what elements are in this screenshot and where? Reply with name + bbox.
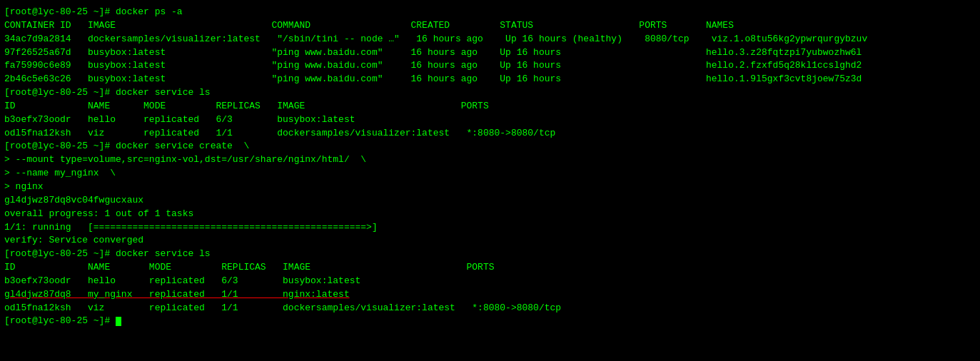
terminal: [root@lyc-80-25 ~]# docker ps -aCONTAINE… [0, 0, 980, 361]
terminal-line-l2: CONTAINER ID IMAGE COMMAND CREATED STATU… [4, 19, 976, 33]
terminal-line-l14: > nginx [4, 180, 976, 194]
terminal-line-l15: gl4djwz87dq8vc04fwgucxaux [4, 194, 976, 208]
terminal-line-l22: gl4djwz87dq8 my_nginx replicated 1/1 ngi… [4, 288, 976, 302]
terminal-line-l13: > --name my_nginx \ [4, 167, 976, 180]
terminal-cursor [116, 317, 121, 326]
terminal-line-l10: odl5fna12ksh viz replicated 1/1 dockersa… [4, 127, 976, 141]
terminal-line-l5: fa75990c6e89 busybox:latest "ping www.ba… [4, 59, 976, 73]
terminal-line-l20: ID NAME MODE REPLICAS IMAGE PORTS [4, 261, 976, 275]
terminal-line-l18: verify: Service converged [4, 234, 976, 248]
terminal-line-l4: 97f26525a67d busybox:latest "ping www.ba… [4, 46, 976, 60]
terminal-line-l1: [root@lyc-80-25 ~]# docker ps -a [4, 6, 976, 19]
terminal-line-l9: b3oefx73oodr hello replicated 6/3 busybo… [4, 113, 976, 127]
terminal-line-l16: overall progress: 1 out of 1 tasks [4, 208, 976, 221]
terminal-line-l24: [root@lyc-80-25 ~]# [4, 315, 976, 328]
terminal-line-l17: 1/1: running [==========================… [4, 221, 976, 235]
terminal-line-l6: 2b46c5e63c26 busybox:latest "ping www.ba… [4, 73, 976, 86]
terminal-line-l8: ID NAME MODE REPLICAS IMAGE PORTS [4, 100, 976, 113]
terminal-line-l12: > --mount type=volume,src=nginx-vol,dst=… [4, 153, 976, 167]
terminal-line-l23: odl5fna12ksh viz replicated 1/1 dockersa… [4, 302, 976, 315]
terminal-line-l19: [root@lyc-80-25 ~]# docker service ls [4, 248, 976, 261]
terminal-line-l3: 34ac7d9a2814 dockersamples/visualizer:la… [4, 33, 976, 46]
terminal-line-l21: b3oefx73oodr hello replicated 6/3 busybo… [4, 275, 976, 288]
terminal-line-l11: [root@lyc-80-25 ~]# docker service creat… [4, 140, 976, 153]
terminal-line-l7: [root@lyc-80-25 ~]# docker service ls [4, 86, 976, 100]
